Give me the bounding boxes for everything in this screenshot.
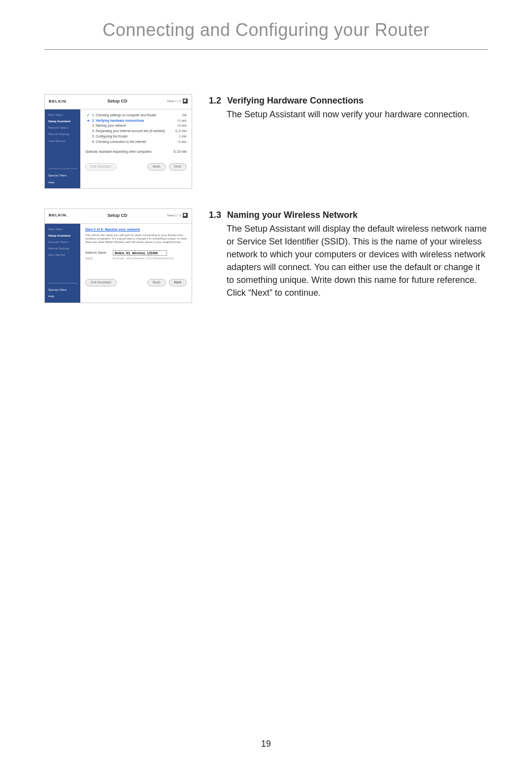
app-window: BELKIN. Setup CD Tarea 1 / 3 ✖ Main Menu… [44, 208, 192, 303]
ssid-input[interactable] [113, 250, 167, 256]
network-name-label: Network Name [85, 251, 109, 255]
next-button[interactable]: Next [169, 163, 187, 170]
close-icon[interactable]: ✖ [183, 213, 188, 218]
sidebar: Main Menu Setup Assistant Network Status… [45, 224, 80, 303]
check-icon: ✓ [86, 113, 90, 117]
sidebar-item-manual-settings[interactable]: Manual Settings [48, 133, 77, 136]
optional-time: 5–15 min [173, 150, 187, 154]
app-window: BELKIN. Setup CD Tarea 1 / 3 ✖ Main Menu… [44, 94, 192, 189]
ssid-example-hint: Example: JohnsNetwork, KCsOfficeUpstairs… [113, 257, 174, 260]
page-number: 19 [0, 739, 532, 749]
brand-logo: BELKIN. [49, 213, 68, 218]
brand-logo: BELKIN. [49, 99, 68, 104]
task-progress-label: Tarea 1 / 3 [167, 214, 181, 217]
section-1-3: 1.3 Naming your Wireless Network The Set… [209, 208, 488, 303]
sidebar: Main Menu Setup Assistant Network Status… [45, 109, 80, 188]
step-label: 5. Configuring the Router [92, 135, 128, 138]
section-title: Naming your Wireless Network [227, 208, 358, 221]
close-icon[interactable]: ✖ [183, 99, 188, 104]
step-label: 3. Naming your network [92, 124, 126, 128]
screenshot-2: BELKIN. Setup CD Tarea 1 / 3 ✖ Main Menu… [44, 208, 192, 303]
row-1: BELKIN. Setup CD Tarea 1 / 3 ✖ Main Menu… [44, 94, 488, 189]
step-time: 1 min [179, 135, 187, 138]
sidebar-item-special-offers[interactable]: Special Offers [48, 288, 77, 292]
optional-label: Optional: Assistant requesting other com… [85, 150, 152, 154]
step-label: 4. Requesting your internet account info… [92, 129, 165, 133]
step-description: This will be the name you will look for … [85, 234, 187, 244]
button-bar: Exit Assistant Back Next [85, 163, 187, 170]
row-2: BELKIN. Setup CD Tarea 1 / 3 ✖ Main Menu… [44, 208, 488, 303]
step-label: 1. Checking settings on computer and Rou… [92, 113, 156, 117]
sidebar-item-setup-assistant[interactable]: Setup Assistant [48, 120, 77, 123]
ssid-sub-label: SSID [85, 257, 109, 261]
section-number: 1.2 [209, 94, 221, 107]
back-button[interactable]: Back [147, 163, 166, 170]
sidebar-item-setup-assistant[interactable]: Setup Assistant [48, 234, 77, 238]
task-progress-label: Tarea 1 / 3 [167, 100, 181, 103]
sidebar-item-network-status[interactable]: Network Status [48, 241, 77, 244]
main-pane: ✓1. Checking settings on computer and Ro… [80, 109, 192, 188]
section-1-2: 1.2 Verifying Hardware Connections The S… [209, 94, 488, 189]
main-pane: Step 3 of 6: Naming your network This wi… [80, 224, 192, 303]
sidebar-item-main-menu[interactable]: Main Menu [48, 113, 77, 117]
sidebar-item-help[interactable]: Help [48, 181, 77, 184]
back-button[interactable]: Back [147, 279, 166, 286]
button-bar: Exit Assistant Back Next [85, 279, 187, 286]
exit-assistant-button[interactable]: Exit Assistant [85, 279, 117, 286]
sidebar-item-help[interactable]: Help [48, 295, 77, 298]
title-bar: BELKIN. Setup CD Tarea 1 / 3 ✖ [45, 209, 192, 224]
page-title: Connecting and Configuring your Router [44, 20, 488, 50]
step-time: <1 sec [177, 119, 187, 123]
sidebar-item-user-manual[interactable]: User Manual [48, 253, 77, 257]
exit-assistant-button[interactable]: Exit Assistant [85, 163, 117, 170]
title-bar: BELKIN. Setup CD Tarea 1 / 3 ✖ [45, 95, 192, 109]
step-heading: Step 3 of 6: Naming your network [85, 228, 187, 232]
step-label: 6. Checking connection to the Internet [92, 140, 146, 144]
sidebar-item-main-menu[interactable]: Main Menu [48, 228, 77, 231]
step-time: <1 sec [177, 140, 187, 144]
section-body: The Setup Assistant will display the def… [227, 222, 488, 300]
step-time: OK [182, 113, 187, 117]
step-time: <2 sec [177, 124, 187, 128]
sidebar-item-special-offers[interactable]: Special Offers [48, 174, 77, 177]
arrow-right-icon: ➔ [86, 119, 90, 123]
sidebar-item-network-status[interactable]: Network Status [48, 126, 77, 130]
section-number: 1.3 [209, 208, 221, 221]
window-title: Setup CD [107, 99, 128, 104]
section-body: The Setup Assistant will now verify your… [227, 108, 488, 121]
next-button[interactable]: Next [169, 279, 187, 286]
sidebar-item-user-manual[interactable]: User Manual [48, 139, 77, 143]
optional-step: Optional: Assistant requesting other com… [85, 150, 187, 154]
sidebar-item-manual-settings[interactable]: Manual Settings [48, 247, 77, 250]
screenshot-1: BELKIN. Setup CD Tarea 1 / 3 ✖ Main Menu… [44, 94, 192, 189]
step-time: 0–3 min [175, 129, 187, 133]
section-title: Verifying Hardware Connections [227, 94, 364, 107]
window-title: Setup CD [107, 213, 128, 218]
step-label: 2. Verifying hardware connections [92, 119, 144, 123]
step-list: ✓1. Checking settings on computer and Ro… [86, 113, 187, 144]
